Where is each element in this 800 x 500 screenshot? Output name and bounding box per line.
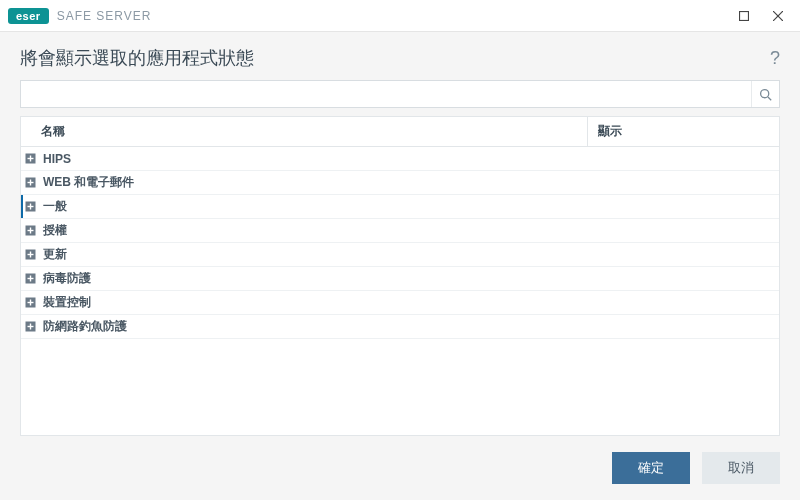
expand-icon[interactable] [23,296,37,310]
expand-icon[interactable] [23,272,37,286]
help-button[interactable]: ? [770,48,780,69]
svg-line-4 [768,96,771,99]
ok-button[interactable]: 確定 [612,452,690,484]
table-row[interactable]: 裝置控制 [21,291,779,315]
page-title: 將會顯示選取的應用程式狀態 [20,46,254,70]
row-label: 更新 [43,246,67,263]
table-row[interactable]: 一般 [21,195,779,219]
row-label: 裝置控制 [43,294,91,311]
row-label: 一般 [43,198,67,215]
expand-icon[interactable] [23,200,37,214]
expand-icon[interactable] [23,248,37,262]
maximize-icon[interactable] [736,8,752,24]
search-box [20,80,780,108]
expand-icon[interactable] [23,224,37,238]
column-header-display[interactable]: 顯示 [588,117,779,146]
row-label: 病毒防護 [43,270,91,287]
titlebar: eser SAFE SERVER [0,0,800,32]
table-header: 名稱 顯示 [21,117,779,147]
table-row[interactable]: 授權 [21,219,779,243]
row-label: HIPS [43,152,71,166]
expand-icon[interactable] [23,320,37,334]
tree-table: 名稱 顯示 HIPSWEB 和電子郵件一般授權更新病毒防護裝置控制防網路釣魚防護 [20,116,780,436]
header: 將會顯示選取的應用程式狀態 ? [0,32,800,80]
row-label: 防網路釣魚防護 [43,318,127,335]
svg-rect-0 [740,11,749,20]
table-body: HIPSWEB 和電子郵件一般授權更新病毒防護裝置控制防網路釣魚防護 [21,147,779,339]
svg-point-3 [761,89,769,97]
brand-badge: eser [8,8,49,24]
row-label: 授權 [43,222,67,239]
table-row[interactable]: WEB 和電子郵件 [21,171,779,195]
window-controls [736,8,792,24]
content: 名稱 顯示 HIPSWEB 和電子郵件一般授權更新病毒防護裝置控制防網路釣魚防護 [0,80,800,436]
cancel-button[interactable]: 取消 [702,452,780,484]
expand-icon[interactable] [23,176,37,190]
table-row[interactable]: HIPS [21,147,779,171]
footer-buttons: 確定 取消 [612,452,780,484]
table-row[interactable]: 病毒防護 [21,267,779,291]
row-label: WEB 和電子郵件 [43,174,134,191]
table-row[interactable]: 防網路釣魚防護 [21,315,779,339]
product-name: SAFE SERVER [57,9,152,23]
table-row[interactable]: 更新 [21,243,779,267]
search-input[interactable] [21,81,751,107]
close-icon[interactable] [770,8,786,24]
expand-icon[interactable] [23,152,37,166]
column-header-name[interactable]: 名稱 [21,117,588,146]
search-icon[interactable] [751,81,779,107]
